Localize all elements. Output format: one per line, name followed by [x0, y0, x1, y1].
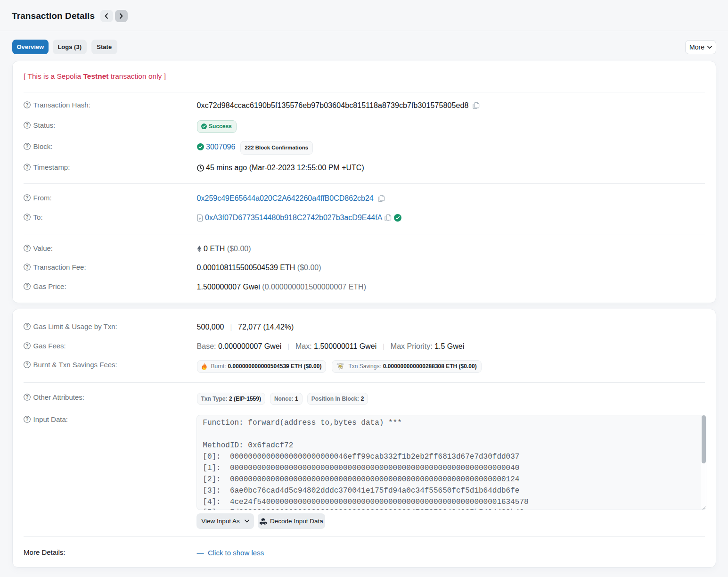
svg-text:?: ? — [26, 246, 29, 251]
svg-text:?: ? — [26, 144, 29, 149]
svg-text:?: ? — [26, 362, 29, 367]
svg-text:?: ? — [26, 214, 29, 220]
svg-text:?: ? — [26, 395, 29, 400]
svg-text:?: ? — [26, 324, 29, 329]
svg-text:?: ? — [26, 417, 29, 422]
svg-text:?: ? — [26, 284, 29, 289]
svg-text:?: ? — [26, 123, 29, 128]
svg-text:?: ? — [26, 165, 29, 170]
svg-text:?: ? — [26, 343, 29, 348]
svg-text:?: ? — [26, 102, 29, 107]
svg-text:?: ? — [26, 195, 29, 200]
svg-text:?: ? — [26, 264, 29, 270]
